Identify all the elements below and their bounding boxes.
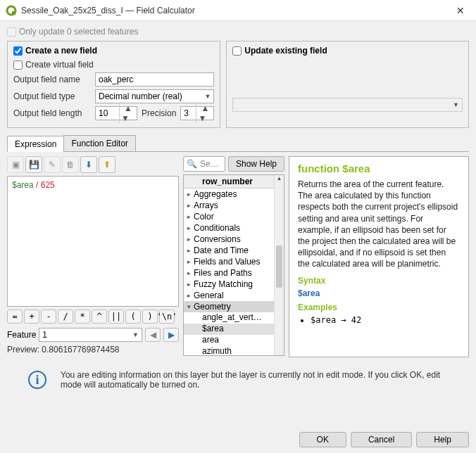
prev-feature-button[interactable]: ◀ xyxy=(145,328,161,342)
tree-function[interactable]: azimuth xyxy=(184,346,284,356)
operator-button[interactable]: '\n' xyxy=(159,310,175,324)
next-feature-button[interactable]: ▶ xyxy=(163,328,179,342)
operator-button[interactable]: || xyxy=(108,310,124,324)
expression-editor[interactable]: $area / 625 xyxy=(7,176,179,307)
examples-heading: Examples xyxy=(298,302,460,312)
syntax-heading: Syntax xyxy=(298,276,460,286)
syntax-text: $area xyxy=(298,288,460,298)
save-button[interactable]: 💾 xyxy=(25,156,42,173)
update-field-checkbox[interactable] xyxy=(232,46,242,56)
tree-group-label: General xyxy=(192,291,224,300)
load-button[interactable]: ⬇ xyxy=(80,156,97,173)
feature-combo[interactable]: 1 ▼ xyxy=(39,328,142,342)
export-button[interactable]: ⬆ xyxy=(99,156,115,173)
tree-group[interactable]: ▸Fields and Values xyxy=(184,256,284,267)
chevron-right-icon: ▸ xyxy=(185,258,192,265)
function-tree[interactable]: row_number ▸Aggregates▸Arrays▸Color▸Cond… xyxy=(183,174,284,356)
operator-button[interactable]: + xyxy=(24,310,39,324)
output-type-combo[interactable]: Decimal number (real) ▼ xyxy=(95,89,214,103)
operator-button[interactable]: - xyxy=(41,310,56,324)
tree-header: row_number xyxy=(184,175,284,189)
qgis-icon xyxy=(6,5,17,16)
tree-scrollbar[interactable]: ▲ xyxy=(274,175,284,355)
tree-group-label: Conditionals xyxy=(192,223,240,233)
create-virtual-checkbox[interactable] xyxy=(13,60,23,70)
tree-group-label: Fuzzy Matching xyxy=(192,279,253,289)
tree-group[interactable]: ▸Conditionals xyxy=(184,222,284,234)
update-field-group: Update existing field ▼ xyxy=(226,41,469,128)
only-update-checkbox xyxy=(7,27,16,37)
tree-function[interactable]: $area xyxy=(184,324,284,335)
delete-button[interactable]: 🗑 xyxy=(62,156,79,173)
help-body: Returns the area of the current feature.… xyxy=(298,179,460,270)
ok-button[interactable]: OK xyxy=(299,432,346,447)
search-input[interactable]: 🔍 Se… xyxy=(183,156,225,172)
tree-group[interactable]: ▸Conversions xyxy=(184,234,284,245)
create-field-label: Create a new field xyxy=(25,46,97,56)
chevron-right-icon: ▸ xyxy=(185,191,192,198)
operator-button[interactable]: * xyxy=(75,310,90,324)
tree-group-label: Conversions xyxy=(192,234,241,244)
window-title: Sessile_Oak_25x25_diss_I — Field Calcula… xyxy=(21,6,451,15)
chevron-right-icon: ▸ xyxy=(185,224,192,231)
tree-group-label: Files and Paths xyxy=(192,268,252,278)
tab-expression[interactable]: Expression xyxy=(7,136,64,152)
chevron-right-icon: ▸ xyxy=(185,269,192,276)
tree-group[interactable]: ▾Geometry xyxy=(184,301,284,312)
tree-group[interactable]: ▸Fuzzy Matching xyxy=(184,279,284,290)
tree-group[interactable]: ▸Files and Paths xyxy=(184,267,284,279)
output-length-spinner[interactable]: 10 ▲▼ xyxy=(95,106,137,120)
operator-button[interactable]: = xyxy=(7,310,23,324)
operator-button[interactable]: / xyxy=(58,310,73,324)
tree-group[interactable]: ▸Arrays xyxy=(184,200,284,211)
help-button[interactable]: Help xyxy=(416,432,469,447)
create-virtual-label: Create virtual field xyxy=(25,60,94,70)
tree-group[interactable]: ▸Date and Time xyxy=(184,245,284,256)
output-type-label: Output field type xyxy=(13,91,91,101)
operator-button[interactable]: ^ xyxy=(92,310,107,324)
feature-label: Feature xyxy=(7,330,36,340)
chevron-right-icon: ▸ xyxy=(185,236,192,243)
output-name-input[interactable] xyxy=(95,72,214,87)
help-title: function $area xyxy=(298,162,460,174)
tab-function-editor[interactable]: Function Editor xyxy=(63,135,136,151)
precision-spinner[interactable]: 3 ▲▼ xyxy=(180,106,214,120)
show-help-button[interactable]: Show Help xyxy=(228,156,284,172)
tree-group[interactable]: ▸Aggregates xyxy=(184,189,284,200)
info-icon: i xyxy=(28,371,46,389)
example-item: $area → 42 xyxy=(311,315,361,325)
close-icon[interactable]: ✕ xyxy=(451,5,470,16)
search-icon: 🔍 xyxy=(187,159,197,169)
chevron-down-icon: ▾ xyxy=(185,303,192,310)
help-panel: function $area Returns the area of the c… xyxy=(289,156,469,357)
clear-button[interactable]: ▣ xyxy=(7,156,24,173)
tree-group-label: Date and Time xyxy=(192,245,249,255)
tree-group-label: Color xyxy=(192,212,214,222)
tree-group[interactable]: ▸Color xyxy=(184,211,284,222)
chevron-right-icon: ▸ xyxy=(185,213,192,220)
precision-label: Precision xyxy=(142,108,176,118)
create-field-checkbox[interactable] xyxy=(13,46,23,56)
preview-label: Preview: xyxy=(7,345,42,355)
info-text: You are editing information on this laye… xyxy=(61,370,448,390)
operator-button[interactable]: ( xyxy=(125,310,141,324)
output-length-label: Output field length xyxy=(13,108,91,118)
tree-group-label: Fields and Values xyxy=(192,257,261,267)
tree-function[interactable]: area xyxy=(184,335,284,346)
chevron-down-icon: ▼ xyxy=(204,93,211,100)
update-field-label: Update existing field xyxy=(244,46,327,56)
cancel-button[interactable]: Cancel xyxy=(351,432,412,447)
output-name-label: Output field name xyxy=(13,75,91,84)
chevron-right-icon: ▸ xyxy=(185,292,192,299)
tree-group-label: Aggregates xyxy=(192,189,237,199)
chevron-down-icon: ▼ xyxy=(132,331,139,338)
preview-value: 0.806167769874458 xyxy=(42,345,119,355)
update-field-combo[interactable]: ▼ xyxy=(232,98,463,112)
create-field-group: Create a new field Create virtual field … xyxy=(7,41,220,128)
tree-function[interactable]: angle_at_vert… xyxy=(184,312,284,324)
tree-group-label: Arrays xyxy=(192,200,218,210)
operator-button[interactable]: ) xyxy=(142,310,158,324)
chevron-right-icon: ▸ xyxy=(185,281,192,288)
edit-button[interactable]: ✎ xyxy=(44,156,61,173)
tree-group[interactable]: ▸General xyxy=(184,290,284,301)
